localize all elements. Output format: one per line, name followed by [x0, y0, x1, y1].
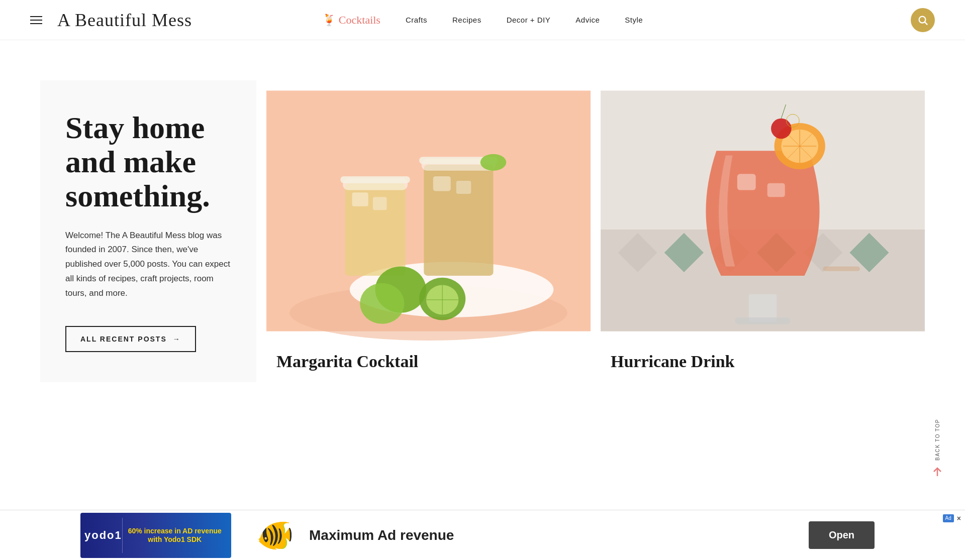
margarita-image	[266, 80, 591, 342]
nav-style[interactable]: Style	[625, 16, 643, 24]
ad-fish-icon: 🐠	[256, 517, 294, 553]
ad-open-button[interactable]: Open	[809, 521, 875, 549]
svg-rect-14	[433, 176, 451, 191]
site-header: A Beautiful Mess 🍹 Cocktails Crafts Reci…	[0, 0, 965, 40]
margarita-title: Margarita Cocktail	[276, 352, 581, 371]
all-posts-label: ALL RECENT POSTS	[80, 335, 167, 343]
svg-point-13	[480, 154, 507, 171]
hero-title: Stay home and make something.	[65, 110, 231, 213]
svg-rect-43	[823, 267, 860, 271]
hurricane-title: Hurricane Drink	[611, 352, 915, 371]
ad-left-image: yodo1 60% increase in AD revenue with Yo…	[80, 513, 231, 558]
margarita-caption: Margarita Cocktail	[266, 342, 591, 379]
site-logo[interactable]: A Beautiful Mess	[57, 10, 192, 31]
hero-left-panel: Stay home and make something. Welcome! T…	[40, 80, 256, 382]
search-icon	[917, 15, 928, 26]
svg-rect-7	[340, 176, 410, 183]
nav-decor[interactable]: Decor + DIY	[507, 16, 551, 24]
nav-cocktails-label: Cocktails	[339, 14, 380, 27]
ad-badge: Ad	[943, 514, 954, 522]
ad-banner: Ad × yodo1 60% increase in AD revenue wi…	[0, 510, 965, 560]
hero-description: Welcome! The A Beautiful Mess blog was f…	[65, 229, 231, 301]
svg-rect-31	[735, 317, 791, 324]
ad-controls: Ad ×	[943, 514, 961, 522]
nav-advice[interactable]: Advice	[575, 16, 600, 24]
svg-rect-33	[767, 183, 785, 197]
all-recent-posts-button[interactable]: ALL RECENT POSTS →	[65, 326, 196, 352]
main-content: Stay home and make something. Welcome! T…	[0, 40, 965, 402]
ad-close-button[interactable]: ×	[957, 514, 961, 522]
hurricane-caption: Hurricane Drink	[601, 342, 925, 379]
back-to-top-arrow-icon	[930, 465, 945, 480]
back-to-top-label: BACK TO TOP	[935, 419, 940, 461]
ad-promo-text: 60% increase in AD revenue with Yodo1 SD…	[123, 527, 228, 544]
ad-logo: yodo1	[84, 529, 122, 542]
hurricane-image	[601, 80, 925, 342]
svg-rect-8	[352, 192, 368, 206]
nav-crafts[interactable]: Crafts	[406, 16, 427, 24]
nav-cocktails[interactable]: 🍹 Cocktails	[322, 14, 380, 27]
margarita-card[interactable]: Margarita Cocktail	[266, 80, 591, 382]
hamburger-menu-icon[interactable]	[30, 16, 42, 24]
card-grid: Margarita Cocktail	[266, 80, 925, 382]
ad-main-text: Maximum Ad revenue	[294, 527, 809, 543]
svg-point-0	[919, 16, 926, 23]
hurricane-card[interactable]: Hurricane Drink	[601, 80, 925, 382]
svg-rect-32	[737, 174, 756, 190]
search-button[interactable]	[911, 8, 935, 32]
arrow-icon: →	[173, 335, 181, 343]
cocktail-emoji-icon: 🍹	[322, 14, 336, 27]
header-left: A Beautiful Mess	[30, 10, 192, 31]
svg-rect-15	[456, 181, 471, 194]
ad-main-content: 🐠 Maximum Ad revenue Open	[246, 517, 885, 553]
svg-point-40	[771, 119, 792, 139]
nav-recipes[interactable]: Recipes	[452, 16, 481, 24]
back-to-top[interactable]: BACK TO TOP	[930, 419, 945, 480]
svg-rect-9	[373, 197, 387, 210]
svg-point-18	[360, 283, 404, 324]
main-nav: 🍹 Cocktails Crafts Recipes Decor + DIY A…	[322, 14, 643, 27]
svg-line-1	[925, 22, 927, 25]
